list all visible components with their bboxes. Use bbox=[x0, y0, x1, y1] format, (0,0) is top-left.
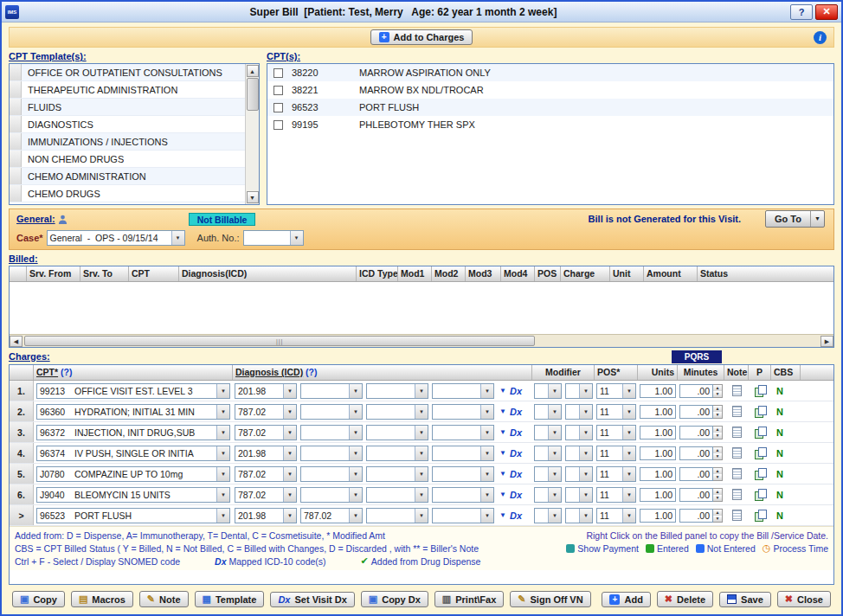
row-number[interactable]: 5. bbox=[10, 464, 34, 484]
case-combobox[interactable]: General - OPS - 09/15/14 ▼ bbox=[47, 230, 185, 246]
payment-copy-icon[interactable] bbox=[755, 489, 766, 500]
spinner-up-icon[interactable]: ▲ bbox=[713, 385, 722, 391]
chevron-down-icon[interactable]: ▼ bbox=[415, 426, 428, 440]
units-input[interactable]: 1.00 bbox=[640, 384, 676, 398]
dx1-combobox[interactable]: 201.98▼ bbox=[235, 383, 297, 399]
chevron-down-icon[interactable]: ▼ bbox=[283, 509, 296, 523]
pos-combobox[interactable]: 11▼ bbox=[596, 466, 636, 482]
chevron-down-icon[interactable]: ▼ bbox=[548, 467, 561, 481]
chevron-down-icon[interactable]: ▼ bbox=[283, 467, 296, 481]
chevron-down-icon[interactable]: ▼ bbox=[622, 509, 635, 523]
set-visit-dx-button[interactable]: DxSet Visit Dx bbox=[270, 592, 354, 607]
row-number[interactable]: 1. bbox=[10, 381, 34, 401]
charges-col-pos[interactable]: POS* bbox=[595, 365, 638, 380]
chevron-down-icon[interactable]: ▼ bbox=[480, 446, 493, 460]
minutes-spinner[interactable]: ▲▼ bbox=[713, 509, 723, 523]
billed-col[interactable]: Unit bbox=[610, 266, 644, 281]
diagnosis-help-link[interactable]: (?) bbox=[306, 367, 317, 377]
mod2-combobox[interactable]: ▼ bbox=[565, 487, 593, 503]
minutes-input[interactable]: .00 bbox=[679, 384, 713, 398]
note-icon[interactable] bbox=[732, 489, 742, 500]
minutes-input[interactable]: .00 bbox=[679, 509, 713, 523]
row-number[interactable]: 6. bbox=[10, 484, 34, 504]
auth-no-combobox[interactable]: ▼ bbox=[243, 230, 304, 246]
cpt-row[interactable]: 38221MARROW BX NDL/TROCAR bbox=[267, 81, 833, 99]
units-input[interactable]: 1.00 bbox=[640, 488, 676, 502]
note-icon[interactable] bbox=[732, 447, 742, 459]
dx-dropdown-icon[interactable]: ▼ bbox=[496, 470, 510, 478]
dx-button[interactable]: Dx bbox=[510, 427, 532, 438]
list-item[interactable]: FLUIDS bbox=[10, 99, 259, 116]
pos-combobox[interactable]: 11▼ bbox=[596, 425, 636, 440]
minutes-spinner[interactable]: ▲▼ bbox=[713, 446, 723, 460]
cpt-checkbox[interactable] bbox=[273, 68, 283, 78]
chevron-down-icon[interactable]: ▼ bbox=[171, 231, 184, 245]
chevron-down-icon[interactable]: ▼ bbox=[290, 231, 303, 245]
mod2-combobox[interactable]: ▼ bbox=[565, 466, 593, 482]
billed-col[interactable]: Mod4 bbox=[501, 266, 535, 281]
chevron-down-icon[interactable]: ▼ bbox=[579, 509, 592, 523]
dx-button[interactable]: Dx bbox=[510, 469, 532, 479]
cpt-checkbox[interactable] bbox=[273, 86, 283, 95]
chevron-down-icon[interactable]: ▼ bbox=[480, 405, 493, 419]
macros-button[interactable]: ▤Macros bbox=[71, 591, 133, 607]
chevron-down-icon[interactable]: ▼ bbox=[415, 384, 428, 398]
minutes-input[interactable]: .00 bbox=[679, 405, 713, 419]
chevron-down-icon[interactable]: ▼ bbox=[622, 426, 635, 440]
chevron-down-icon[interactable]: ▼ bbox=[579, 384, 592, 398]
list-item[interactable]: CHEMO ADMINISTRATION bbox=[10, 168, 259, 185]
payment-copy-icon[interactable] bbox=[755, 427, 766, 438]
dx-button[interactable]: Dx bbox=[510, 448, 532, 459]
template-button[interactable]: ▦Template bbox=[195, 591, 265, 607]
billed-col[interactable]: Diagnosis(ICD) bbox=[179, 266, 357, 281]
chevron-down-icon[interactable]: ▼ bbox=[216, 426, 229, 440]
chevron-down-icon[interactable]: ▼ bbox=[579, 488, 592, 502]
dx-button[interactable]: Dx bbox=[510, 490, 532, 500]
pos-combobox[interactable]: 11▼ bbox=[596, 404, 636, 420]
spinner-down-icon[interactable]: ▼ bbox=[713, 516, 722, 522]
chevron-down-icon[interactable]: ▼ bbox=[548, 509, 561, 523]
list-item[interactable]: THERAPEUTIC ADMINISTRATION bbox=[10, 81, 259, 99]
dx3-combobox[interactable]: ▼ bbox=[366, 446, 428, 461]
chevron-down-icon[interactable]: ▼ bbox=[349, 509, 362, 523]
spinner-up-icon[interactable]: ▲ bbox=[713, 468, 722, 474]
cpt-combobox[interactable]: 96523PORT FLUSH▼ bbox=[36, 508, 230, 523]
cpt-row[interactable]: 96523PORT FLUSH bbox=[267, 99, 833, 116]
close-button[interactable]: ✖Close bbox=[777, 591, 831, 607]
charges-col-cpt[interactable]: CPT* (?) bbox=[34, 365, 233, 380]
scroll-right-icon[interactable]: ▶ bbox=[820, 336, 833, 347]
dx-dropdown-icon[interactable]: ▼ bbox=[496, 407, 510, 415]
chevron-down-icon[interactable]: ▼ bbox=[216, 467, 229, 481]
dx4-combobox[interactable]: ▼ bbox=[432, 466, 494, 482]
charges-col-p[interactable]: P bbox=[749, 365, 771, 380]
dx2-combobox[interactable]: ▼ bbox=[300, 404, 363, 420]
payment-copy-icon[interactable] bbox=[755, 385, 766, 396]
units-input[interactable]: 1.00 bbox=[640, 467, 676, 481]
mod1-combobox[interactable]: ▼ bbox=[534, 425, 562, 440]
scroll-down-icon[interactable]: ▼ bbox=[247, 191, 259, 203]
dx1-combobox[interactable]: 201.98▼ bbox=[235, 508, 297, 523]
dx4-combobox[interactable]: ▼ bbox=[432, 404, 494, 420]
print-fax-button[interactable]: ▥Print\Fax bbox=[434, 591, 504, 607]
units-input[interactable]: 1.00 bbox=[640, 405, 676, 419]
charges-col-note[interactable]: Note bbox=[724, 365, 749, 380]
billed-col[interactable]: POS bbox=[535, 266, 561, 281]
scroll-left-icon[interactable]: ◀ bbox=[10, 336, 23, 347]
spinner-down-icon[interactable]: ▼ bbox=[713, 495, 722, 501]
cpt-checkbox[interactable] bbox=[273, 120, 283, 130]
dx-dropdown-icon[interactable]: ▼ bbox=[496, 387, 510, 395]
add-button[interactable]: +Add bbox=[602, 592, 650, 607]
mod1-combobox[interactable]: ▼ bbox=[534, 446, 562, 461]
chevron-down-icon[interactable]: ▼ bbox=[579, 467, 592, 481]
pos-combobox[interactable]: 11▼ bbox=[596, 383, 636, 399]
row-number[interactable]: 4. bbox=[10, 443, 34, 463]
pos-combobox[interactable]: 11▼ bbox=[596, 446, 636, 461]
minutes-spinner[interactable]: ▲▼ bbox=[713, 405, 723, 419]
dx-dropdown-icon[interactable]: ▼ bbox=[496, 449, 510, 457]
units-input[interactable]: 1.00 bbox=[640, 509, 676, 523]
chevron-down-icon[interactable]: ▼ bbox=[283, 488, 296, 502]
dx2-combobox[interactable]: ▼ bbox=[300, 425, 363, 440]
dx3-combobox[interactable]: ▼ bbox=[366, 508, 428, 523]
dx1-combobox[interactable]: 787.02▼ bbox=[235, 466, 297, 482]
billed-col[interactable]: Mod2 bbox=[432, 266, 466, 281]
